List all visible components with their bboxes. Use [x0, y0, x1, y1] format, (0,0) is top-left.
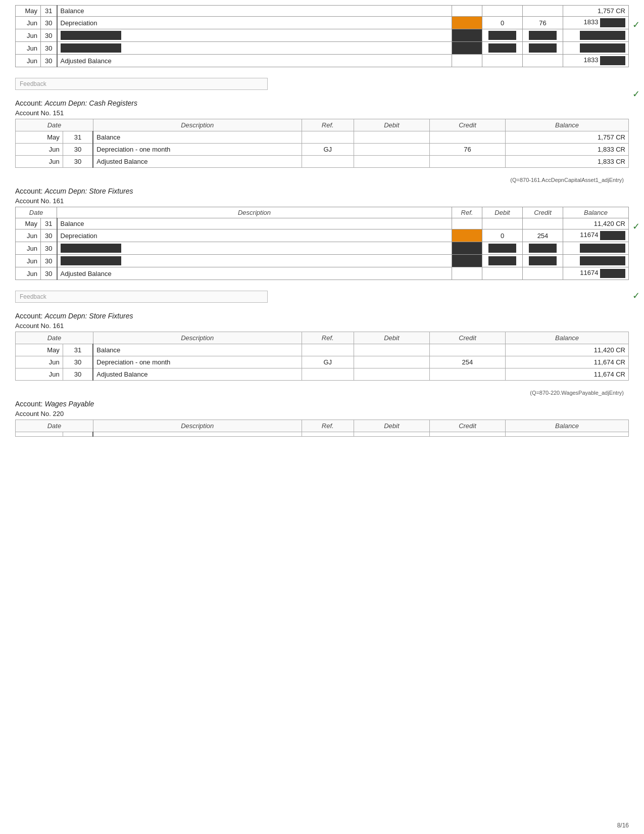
desc-input[interactable] [61, 43, 121, 53]
cell-ref [452, 267, 482, 280]
account-title-italic: Accum Depn: Store Fixtures [44, 187, 133, 195]
account-no-fixtures: Account No. 161 [15, 197, 629, 205]
table-row: Jun 30 Depreciation - one month GJ 76 1,… [16, 144, 629, 156]
cell-day: 31 [63, 131, 93, 144]
balance-input[interactable] [580, 244, 625, 253]
account-title-prefix: Account: [15, 312, 44, 320]
col-ref: Ref. [302, 119, 354, 131]
table-row: Jun 30 Depreciation - one month GJ 254 1… [16, 356, 629, 368]
cell-month: Jun [16, 267, 41, 280]
col-desc: Description [93, 332, 302, 344]
debit-input[interactable] [488, 244, 516, 253]
feedback-label-2: Feedback [20, 293, 46, 300]
desc-input[interactable] [61, 256, 121, 265]
cell-desc: Adjusted Balance [93, 368, 302, 381]
col-date: Date [16, 207, 57, 218]
col-debit: Debit [354, 420, 429, 432]
cell-desc: Balance [57, 218, 452, 229]
col-balance: Balance [506, 332, 629, 344]
credit-input[interactable] [529, 43, 557, 53]
table-row: Jun 30 [16, 242, 629, 255]
balance-input[interactable] [600, 231, 625, 240]
cell-credit: 76 [429, 144, 505, 156]
cell-credit [523, 255, 563, 267]
cell-debit [482, 242, 523, 255]
balance-input[interactable] [580, 31, 625, 40]
cell-debit [354, 368, 429, 381]
col-debit: Debit [354, 332, 429, 344]
col-desc: Description [93, 420, 302, 432]
ledger-store-fixtures-answer: Date Description Ref. Debit Credit Balan… [15, 332, 629, 381]
cell-month: Jun [16, 368, 63, 381]
cell-debit [354, 344, 429, 356]
credit-input[interactable] [529, 244, 557, 253]
col-date: Date [16, 420, 93, 432]
cell-balance: 1,757 CR [563, 6, 629, 17]
cell-ref [302, 156, 354, 168]
page-container: May 31 Balance 1,757 CR Jun 30 Depreciat… [0, 0, 644, 456]
cell-ref-dark[interactable] [452, 255, 482, 267]
cell-balance [563, 29, 629, 42]
cell-day: 30 [41, 42, 57, 55]
cell-ref: GJ [302, 356, 354, 368]
desc-input[interactable] [61, 244, 121, 253]
cell-credit: 254 [523, 229, 563, 242]
cell-ref [302, 432, 354, 437]
table-row: Jun 30 [16, 42, 629, 55]
table-row: Jun 30 [16, 255, 629, 267]
cell-debit [482, 29, 523, 42]
table-row: Jun 30 [16, 29, 629, 42]
debit-input[interactable] [488, 31, 516, 40]
balance-input[interactable] [580, 256, 625, 265]
desc-input[interactable] [61, 31, 121, 40]
table-header-row: Date Description Ref. Debit Credit Balan… [16, 332, 629, 344]
cell-ref-dark[interactable] [452, 29, 482, 42]
table-header-row: Date Description Ref. Debit Credit Balan… [16, 420, 629, 432]
cell-day: 30 [41, 29, 57, 42]
col-date: Date [16, 332, 93, 344]
cell-ref-dark[interactable] [452, 242, 482, 255]
cell-desc [57, 255, 452, 267]
cell-balance: 1833 [563, 17, 629, 29]
cell-debit [482, 255, 523, 267]
cell-credit [523, 55, 563, 67]
col-ref: Ref. [452, 207, 482, 218]
cell-month: Jun [16, 356, 63, 368]
cell-balance [563, 255, 629, 267]
credit-input[interactable] [529, 256, 557, 265]
ledger-wages-payable: Date Description Ref. Debit Credit Balan… [15, 420, 629, 437]
col-desc: Description [57, 207, 452, 218]
adj-balance-input[interactable] [600, 56, 625, 65]
debit-input[interactable] [488, 256, 516, 265]
col-credit: Credit [429, 332, 505, 344]
cell-credit [523, 6, 563, 17]
cell-desc [57, 29, 452, 42]
credit-input[interactable] [529, 31, 557, 40]
cell-credit [523, 242, 563, 255]
cell-desc: Depreciation [57, 17, 452, 29]
cell-day: 30 [63, 368, 93, 381]
table-row: May 31 Balance 11,420 CR [16, 218, 629, 229]
account-title-italic: Wages Payable [44, 400, 94, 408]
section-store-fixtures-input: Account: Accum Depn: Store Fixtures Acco… [15, 187, 629, 282]
adj-balance-input[interactable] [600, 269, 625, 278]
page-number: 8/16 [617, 822, 629, 829]
cell-credit [429, 344, 505, 356]
cell-debit [482, 218, 523, 229]
cell-debit [482, 42, 523, 55]
table-row-adjusted: Jun 30 Adjusted Balance 1833 [16, 55, 629, 67]
feedback-box-1: Feedback [15, 78, 268, 90]
store-fixtures-input-ledger: Date Description Ref. Debit Credit Balan… [15, 207, 629, 280]
cell-debit [354, 156, 429, 168]
section-feedback1: Feedback [15, 78, 629, 90]
balance-input[interactable] [580, 43, 625, 53]
cell-ref [302, 368, 354, 381]
account-header-wages: Account: Wages Payable [15, 400, 629, 408]
debit-input[interactable] [488, 43, 516, 53]
cell-ref-input[interactable] [452, 229, 482, 242]
cell-credit: 76 [523, 17, 563, 29]
balance-input[interactable] [600, 18, 625, 27]
cell-ref-dark[interactable] [452, 42, 482, 55]
cell-ref-input[interactable] [452, 17, 482, 29]
cell-day: 30 [41, 229, 57, 242]
